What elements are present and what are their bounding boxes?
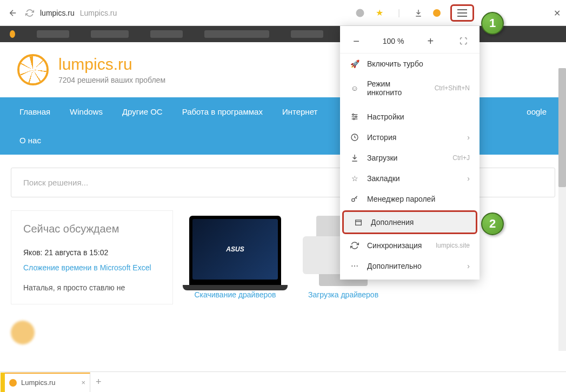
downloads-icon[interactable] <box>414 8 423 18</box>
blurred-nav <box>0 26 566 42</box>
menu-incognito-shortcut: Ctrl+Shift+N <box>435 84 470 92</box>
tab-close-button[interactable]: × <box>82 378 86 387</box>
laptop-link[interactable]: Скачивание драйверов <box>189 290 281 299</box>
zoom-out-button[interactable]: − <box>350 35 363 48</box>
svg-point-0 <box>356 9 364 17</box>
nav-programs[interactable]: Работа в программах <box>172 97 272 126</box>
nav-home[interactable]: Главная <box>10 97 60 126</box>
fullscreen-button[interactable]: ⛶ <box>457 35 470 48</box>
site-title: lumpics.ru <box>58 55 165 74</box>
chevron-right-icon: › <box>467 262 470 270</box>
tab-title: Lumpics.ru <box>21 378 56 387</box>
menu-more-label: Дополнительно <box>367 262 422 270</box>
laptop-brand: ASUS <box>192 219 278 280</box>
hamburger-menu-button[interactable] <box>457 9 467 17</box>
svg-rect-9 <box>356 220 362 225</box>
callout-2: 2 <box>481 212 504 235</box>
menu-bookmarks-label: Закладки <box>367 174 400 183</box>
menu-button-highlight <box>450 4 474 22</box>
extension-icon[interactable] <box>433 9 441 17</box>
discussion-widget: Сейчас обсуждаем Яков: 21 августа в 15:0… <box>11 210 173 304</box>
laptop-image: ASUS <box>189 216 281 286</box>
reload-button[interactable] <box>25 8 35 18</box>
more-icon: ⋯ <box>350 261 359 271</box>
discussion-title: Сейчас обсуждаем <box>23 223 161 235</box>
chevron-right-icon: › <box>467 174 470 183</box>
discussion-text: Наталья, я просто ставлю не <box>23 283 161 292</box>
zoom-value: 100 % <box>383 37 404 45</box>
url-domain: lumpics.ru <box>40 9 75 17</box>
svg-point-4 <box>352 114 354 116</box>
menu-downloads-label: Загрузки <box>367 154 397 162</box>
menu-incognito[interactable]: ☺ Режим инкогнито Ctrl+Shift+N <box>340 74 480 102</box>
incognito-icon: ☺ <box>350 83 359 93</box>
nav-google[interactable]: oogle <box>517 97 556 126</box>
menu-addons-label: Дополнения <box>371 218 414 227</box>
callout-1: 1 <box>481 12 504 35</box>
menu-sync-sub: lumpics.site <box>436 242 470 249</box>
tab-favicon <box>9 379 17 387</box>
menu-history[interactable]: История › <box>340 127 480 148</box>
svg-point-6 <box>353 118 355 120</box>
new-tab-button[interactable]: + <box>90 376 106 388</box>
menu-addons[interactable]: Дополнения <box>342 210 477 234</box>
chevron-right-icon: › <box>467 133 470 142</box>
bookmark-star-icon[interactable]: ★ <box>375 8 384 18</box>
zoom-in-button[interactable]: + <box>424 35 437 48</box>
site-tagline: 7204 решений ваших проблем <box>58 76 165 84</box>
discussion-link[interactable]: Сложение времени в Microsoft Excel <box>23 262 161 274</box>
page-content: lumpics.ru 7204 решений ваших проблем Гл… <box>0 26 566 371</box>
nav-internet[interactable]: Интернет <box>272 97 327 126</box>
window-controls: ✕ <box>548 0 566 26</box>
site-logo[interactable] <box>17 54 49 85</box>
menu-sync-label: Синхронизация <box>367 241 422 250</box>
discussion-meta: Яков: 21 августа в 15:02 <box>23 248 161 257</box>
toolbar-right: ★ | <box>355 4 560 22</box>
menu-bookmarks[interactable]: ☆ Закладки › <box>340 168 480 189</box>
menu-passwords-label: Менеджер паролей <box>367 195 435 203</box>
window-close-button[interactable]: ✕ <box>548 8 566 18</box>
back-button[interactable] <box>6 6 19 19</box>
avatar <box>11 321 35 344</box>
address-bar[interactable]: lumpics.ru Lumpics.ru <box>40 9 350 17</box>
nav-windows[interactable]: Windows <box>60 97 112 126</box>
shield-icon[interactable] <box>355 8 365 18</box>
scrollbar[interactable] <box>558 68 566 351</box>
menu-downloads-shortcut: Ctrl+J <box>452 154 470 162</box>
menu-settings-label: Настройки <box>367 112 404 121</box>
menu-history-label: История <box>367 133 396 142</box>
menu-sync[interactable]: Синхронизация lumpics.site <box>340 235 480 256</box>
nav-other-os[interactable]: Другие ОС <box>112 97 172 126</box>
tab-strip: Lumpics.ru × + <box>0 371 566 392</box>
menu-passwords[interactable]: Менеджер паролей <box>340 189 480 209</box>
browser-menu: − 100 % + ⛶ 🚀 Включить турбо ☺ Режим инк… <box>340 26 480 280</box>
url-title: Lumpics.ru <box>80 9 117 17</box>
menu-incognito-label: Режим инкогнито <box>367 79 427 97</box>
download-icon <box>350 153 359 163</box>
menu-turbo-label: Включить турбо <box>367 59 423 68</box>
addons-icon <box>354 217 363 227</box>
menu-turbo[interactable]: 🚀 Включить турбо <box>340 54 480 74</box>
site-header: lumpics.ru 7204 решений ваших проблем <box>0 42 566 97</box>
svg-point-5 <box>355 116 357 118</box>
settings-icon <box>350 112 359 122</box>
sync-icon <box>350 241 359 250</box>
key-icon <box>350 194 359 204</box>
zoom-controls: − 100 % + ⛶ <box>340 29 480 54</box>
separator: | <box>394 8 404 18</box>
menu-more[interactable]: ⋯ Дополнительно › <box>340 256 480 276</box>
menu-downloads[interactable]: Загрузки Ctrl+J <box>340 148 480 168</box>
history-icon <box>350 132 359 142</box>
menu-settings[interactable]: Настройки <box>340 107 480 127</box>
active-tab[interactable]: Lumpics.ru × <box>4 373 90 392</box>
scrollbar-thumb[interactable] <box>558 68 566 187</box>
printer-link[interactable]: Загрузка драйверов <box>303 290 384 299</box>
product-laptop[interactable]: ASUS Скачивание драйверов <box>189 216 281 304</box>
star-icon: ☆ <box>350 174 359 183</box>
rocket-icon: 🚀 <box>350 59 359 69</box>
nav-about[interactable]: О нас <box>10 126 51 155</box>
main-nav: Главная Windows Другие ОС Работа в прогр… <box>0 97 566 155</box>
